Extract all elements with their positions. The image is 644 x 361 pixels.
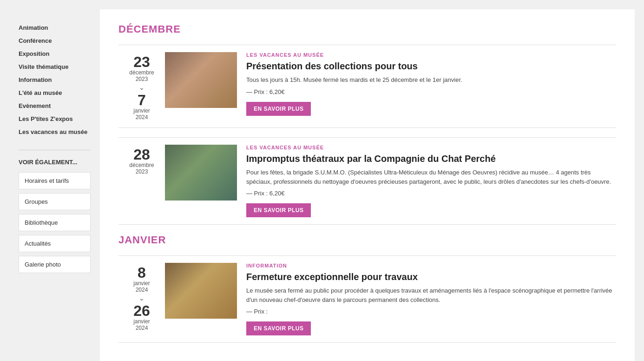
event-info-0-0: LES VACANCES AU MUSÉEPrésentation des co…	[246, 52, 616, 120]
date-start-day: 23	[133, 54, 150, 69]
sidebar-item-conference[interactable]: Conférence	[19, 36, 91, 45]
see-also-link-groupes[interactable]: Groupes	[19, 193, 91, 210]
event-description: Tous les jours à 15h. Musée fermé les ma…	[246, 75, 616, 85]
sidebar-link-information[interactable]: Information	[19, 76, 52, 83]
event-date-box-1-0: 8janvier2024⌄26janvier2024	[118, 263, 165, 335]
page-wrapper: AnimationConférenceExpositionVisite thém…	[9, 9, 635, 361]
event-description: Le musée sera fermé au public pour procé…	[246, 286, 616, 304]
event-image-placeholder	[165, 263, 237, 319]
month-section-0: DÉCEMBRE23décembre2023⌄7janvier2024LES V…	[118, 23, 616, 225]
event-card-0-1: 28décembre2023LES VACANCES AU MUSÉEImpro…	[118, 137, 616, 225]
event-title: Fermeture exceptionnelle pour travaux	[246, 271, 616, 282]
see-also-item-horaires[interactable]: Horaires et tarifs	[19, 172, 91, 189]
sidebar-link-ptites-zexpos[interactable]: Les P'tites Z'expos	[19, 115, 73, 122]
date-end-month: janvier	[133, 107, 150, 114]
event-card-0-0: 23décembre2023⌄7janvier2024LES VACANCES …	[118, 45, 616, 128]
sidebar: AnimationConférenceExpositionVisite thém…	[9, 9, 100, 361]
date-end-day: 7	[138, 93, 146, 107]
see-also-item-galerie-photo[interactable]: Galerie photo	[19, 256, 91, 273]
event-price: — Prix :	[246, 308, 616, 315]
event-title: Présentation des collections pour tous	[246, 60, 616, 72]
month-heading-1: JANVIER	[118, 234, 616, 246]
date-end-year: 2024	[136, 325, 148, 331]
event-category: INFORMATION	[246, 263, 616, 268]
event-date-box-0-0: 23décembre2023⌄7janvier2024	[118, 52, 165, 120]
event-info-0-1: LES VACANCES AU MUSÉEImpromptus théatrau…	[246, 145, 616, 217]
see-also-link-actualites[interactable]: Actualités	[19, 235, 91, 252]
event-title: Impromptus théatraux par la Compagnie du…	[246, 153, 616, 164]
sidebar-item-visite-thematique[interactable]: Visite thématique	[19, 62, 91, 71]
event-category: LES VACANCES AU MUSÉE	[246, 145, 616, 150]
event-price: — Prix : 6,20€	[246, 88, 616, 95]
sidebar-nav: AnimationConférenceExpositionVisite thém…	[19, 23, 91, 136]
month-section-1: JANVIER8janvier2024⌄26janvier2024INFORMA…	[118, 234, 616, 343]
see-also-item-actualites[interactable]: Actualités	[19, 235, 91, 252]
date-start-day: 28	[133, 147, 150, 162]
date-end-year: 2024	[136, 114, 148, 120]
date-start-month: décembre	[129, 69, 154, 76]
date-start-month: janvier	[133, 280, 150, 287]
en-savoir-plus-button-0-0[interactable]: EN SAVOIR PLUS	[246, 102, 311, 116]
event-description: Pour les fêtes, la brigade S.U.M.M.O. (S…	[246, 168, 616, 186]
month-heading-0: DÉCEMBRE	[118, 23, 616, 35]
en-savoir-plus-button-1-0[interactable]: EN SAVOIR PLUS	[246, 321, 311, 335]
see-also-link-galerie-photo[interactable]: Galerie photo	[19, 256, 91, 273]
sidebar-item-vacances-musee[interactable]: Les vacances au musée	[19, 127, 91, 136]
event-image-0-0	[165, 52, 237, 108]
see-also-link-horaires[interactable]: Horaires et tarifs	[19, 172, 91, 189]
event-image-0-1	[165, 145, 237, 201]
date-start-day: 8	[138, 265, 146, 280]
date-end-day: 26	[133, 303, 150, 318]
event-image-placeholder	[165, 52, 237, 108]
sidebar-links: Horaires et tarifsGroupesBibliothèqueAct…	[19, 172, 91, 273]
sidebar-link-animation[interactable]: Animation	[19, 24, 48, 31]
sidebar-link-visite-thematique[interactable]: Visite thématique	[19, 63, 68, 70]
sidebar-link-ete-musee[interactable]: L'été au musée	[19, 89, 62, 96]
sidebar-item-ptites-zexpos[interactable]: Les P'tites Z'expos	[19, 114, 91, 123]
see-also-item-groupes[interactable]: Groupes	[19, 193, 91, 210]
main-content: DÉCEMBRE23décembre2023⌄7janvier2024LES V…	[100, 9, 635, 361]
event-category: LES VACANCES AU MUSÉE	[246, 52, 616, 58]
event-date-box-0-1: 28décembre2023	[118, 145, 165, 217]
sidebar-item-animation[interactable]: Animation	[19, 23, 91, 32]
date-start-year: 2023	[136, 168, 148, 175]
sidebar-item-ete-musee[interactable]: L'été au musée	[19, 88, 91, 97]
sidebar-divider	[19, 150, 91, 150]
sidebar-link-evenement[interactable]: Evènement	[19, 102, 51, 109]
see-also-link-bibliotheque[interactable]: Bibliothèque	[19, 214, 91, 231]
see-also-item-bibliotheque[interactable]: Bibliothèque	[19, 214, 91, 231]
date-start-month: décembre	[129, 162, 154, 168]
sidebar-link-conference[interactable]: Conférence	[19, 37, 52, 44]
event-price: — Prix : 6,20€	[246, 190, 616, 197]
date-start-year: 2024	[136, 287, 148, 293]
date-start-year: 2023	[136, 76, 148, 82]
date-range-arrow: ⌄	[139, 294, 145, 302]
event-card-1-0: 8janvier2024⌄26janvier2024INFORMATIONFer…	[118, 255, 616, 343]
sidebar-link-exposition[interactable]: Exposition	[19, 50, 49, 57]
event-image-1-0	[165, 263, 237, 319]
sidebar-item-exposition[interactable]: Exposition	[19, 49, 91, 58]
event-info-1-0: INFORMATIONFermeture exceptionnelle pour…	[246, 263, 616, 335]
date-range-arrow: ⌄	[139, 84, 145, 91]
sidebar-item-evenement[interactable]: Evènement	[19, 101, 91, 110]
sidebar-link-vacances-musee[interactable]: Les vacances au musée	[19, 128, 87, 135]
event-image-placeholder	[165, 145, 237, 201]
sidebar-item-information[interactable]: Information	[19, 75, 91, 84]
date-end-month: janvier	[133, 318, 150, 325]
sidebar-see-also-heading: VOIR ÉGALEMENT...	[19, 159, 91, 166]
en-savoir-plus-button-0-1[interactable]: EN SAVOIR PLUS	[246, 203, 311, 217]
